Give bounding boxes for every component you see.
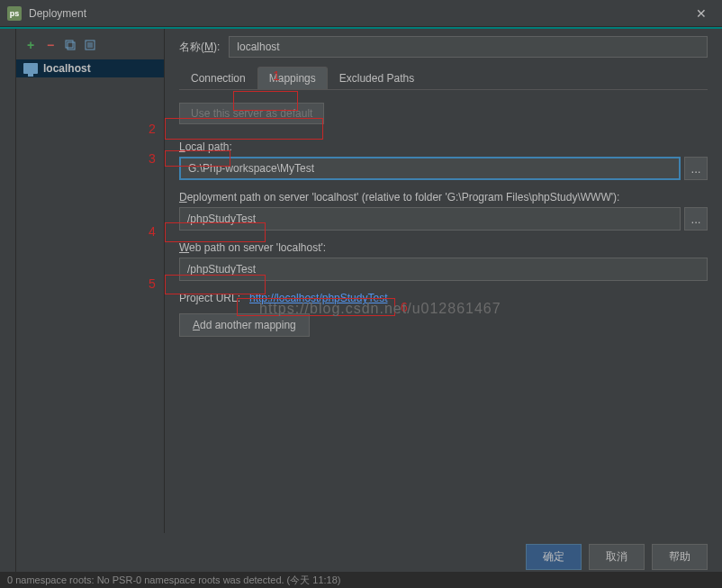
- copy-server-button[interactable]: [63, 38, 77, 52]
- browse-deploy-button[interactable]: ...: [684, 207, 708, 231]
- sidebar-server-item[interactable]: localhost: [16, 59, 164, 77]
- browse-local-button[interactable]: ...: [684, 157, 708, 180]
- remove-server-button[interactable]: −: [43, 38, 58, 52]
- dialog-footer: 确定 取消 帮助: [526, 544, 708, 570]
- tab-mappings[interactable]: Mappings: [257, 67, 328, 89]
- server-sidebar: + − localhost: [16, 29, 165, 533]
- tab-excluded-paths[interactable]: Excluded Paths: [328, 67, 426, 89]
- help-button[interactable]: 帮助: [652, 544, 708, 570]
- edit-server-button[interactable]: [83, 38, 97, 52]
- close-icon[interactable]: ✕: [688, 0, 715, 27]
- web-path-label: Web path on server 'localhost':: [179, 241, 708, 254]
- svg-rect-1: [68, 42, 75, 50]
- window-title: Deployment: [29, 7, 688, 20]
- sidebar-item-label: localhost: [43, 62, 91, 75]
- tab-connection[interactable]: Connection: [179, 67, 257, 89]
- deploy-path-input[interactable]: [179, 207, 681, 231]
- svg-rect-0: [66, 41, 73, 48]
- add-mapping-button[interactable]: Add another mapping: [179, 313, 310, 337]
- main-panel: 名称(M): Connection Mappings Excluded Path…: [165, 29, 722, 533]
- server-icon: [23, 63, 38, 74]
- name-label: 名称(M):: [179, 40, 220, 55]
- project-url-label: Project URL:: [179, 292, 240, 304]
- local-path-label: Local path:: [179, 140, 708, 153]
- web-path-input[interactable]: [179, 258, 708, 281]
- ok-button[interactable]: 确定: [526, 544, 582, 570]
- app-icon: ps: [7, 6, 22, 21]
- left-gutter: [0, 29, 16, 572]
- use-as-default-button[interactable]: Use this server as default: [179, 103, 324, 124]
- cancel-button[interactable]: 取消: [589, 544, 645, 570]
- sidebar-toolbar: + −: [16, 34, 164, 59]
- project-url-link[interactable]: http://localhost/phpStudyTest: [249, 292, 387, 304]
- status-bar: 0 namespace roots: No PSR-0 namespace ro…: [0, 572, 722, 588]
- title-bar: ps Deployment ✕: [0, 0, 722, 27]
- add-server-button[interactable]: +: [23, 38, 38, 52]
- deploy-path-label: Deployment path on server 'localhost' (r…: [179, 191, 708, 204]
- tabs: Connection Mappings Excluded Paths: [179, 67, 708, 90]
- project-url-row: Project URL: http://localhost/phpStudyTe…: [179, 292, 708, 304]
- local-path-input[interactable]: [179, 157, 681, 180]
- server-name-input[interactable]: [229, 36, 708, 58]
